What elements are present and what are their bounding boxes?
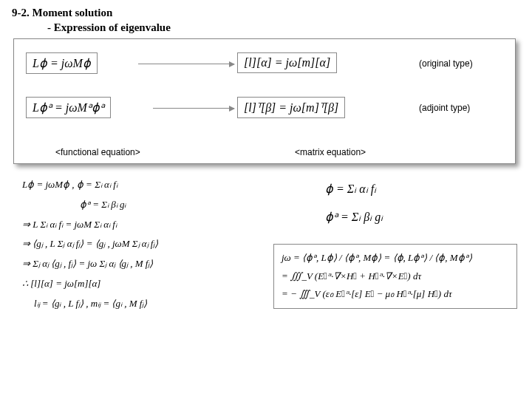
- top-panel: Lϕ = jωMϕ [l][α] = jω[m][α] (original ty…: [13, 38, 516, 164]
- arrow-icon: [138, 64, 234, 64]
- label-functional-col: <functional equation>: [55, 147, 140, 157]
- eq-matrix-original: [l][α] = jω[m][α]: [237, 52, 337, 73]
- heading: 9-2. Moment solution - Expression of eig…: [12, 6, 171, 35]
- eq-matrix-adjoint: [l]ᵀ[β] = jω[m]ᵀ[β]: [237, 97, 345, 118]
- derivation-left: Lϕ = jωMϕ , ϕ = Σᵢ αᵢ fᵢ ϕᵃ = Σᵢ βᵢ gᵢ ⇒…: [22, 177, 266, 316]
- result-row: = ∭_V (E͞ᵃ·∇×H͞ + H͞ᵃ·∇×E͞) dτ: [282, 267, 509, 286]
- deriv-row: ϕᵃ = Σᵢ βᵢ gᵢ: [80, 197, 266, 213]
- label-adjoint-type: (adjoint type): [419, 103, 470, 113]
- deriv-row: ϕᵃ = Σᵢ βᵢ gᵢ: [325, 205, 502, 229]
- result-row: = − ∭_V (ε₀ E͞ᵃ·[ε] E͞ − μ₀ H͞ᵃ·[μ] H͞) …: [282, 285, 509, 304]
- deriv-row: ∴ [l][α] = jω[m][α]: [22, 276, 266, 292]
- eq-functional-original: Lϕ = jωMϕ: [26, 52, 98, 74]
- heading-line-1: 9-2. Moment solution: [12, 6, 171, 21]
- label-matrix-col: <matrix equation>: [295, 147, 366, 157]
- label-original-type: (original type): [419, 58, 473, 69]
- deriv-row: ϕ = Σᵢ αᵢ fᵢ: [325, 177, 502, 201]
- deriv-row: Lϕ = jωMϕ , ϕ = Σᵢ αᵢ fᵢ: [22, 177, 266, 193]
- deriv-row: ⇒ ⟨gⱼ , L Σⱼ αⱼ fⱼ⟩ = ⟨gⱼ , jωM Σⱼ αⱼ fⱼ…: [22, 236, 266, 252]
- deriv-row: ⇒ Σⱼ αⱼ ⟨gⱼ , fⱼ⟩ = jω Σⱼ αⱼ ⟨gⱼ , M fⱼ⟩: [22, 256, 266, 272]
- heading-line-2: - Expression of eigenvalue: [47, 21, 171, 35]
- result-row: jω = ⟨ϕᵃ, Lϕ⟩ / ⟨ϕᵃ, Mϕ⟩ = ⟨ϕ, Lϕᵃ⟩ / ⟨ϕ…: [282, 249, 509, 267]
- arrow-icon: [153, 108, 234, 109]
- deriv-row: lᵢⱼ = ⟨gᵢ , L fⱼ⟩ , mᵢⱼ = ⟨gᵢ , M fⱼ⟩: [34, 296, 266, 312]
- eq-functional-adjoint: Lϕᵃ = jωMᵃϕᵃ: [26, 97, 111, 118]
- deriv-row: ⇒ L Σᵢ αᵢ fᵢ = jωM Σᵢ αᵢ fᵢ: [22, 217, 266, 233]
- result-box: jω = ⟨ϕᵃ, Lϕ⟩ / ⟨ϕᵃ, Mϕ⟩ = ⟨ϕ, Lϕᵃ⟩ / ⟨ϕ…: [273, 244, 517, 309]
- derivation-right: ϕ = Σᵢ αᵢ fᵢ ϕᵃ = Σᵢ βᵢ gᵢ: [325, 177, 502, 233]
